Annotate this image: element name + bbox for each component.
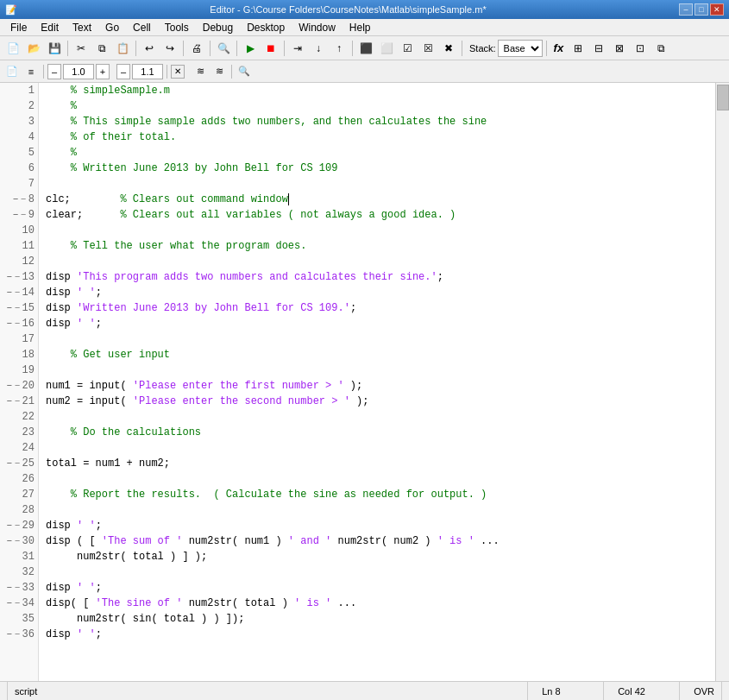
- code-line-9[interactable]: clear; % Clears out all variables ( not …: [39, 207, 715, 223]
- scrollbar[interactable]: [715, 83, 729, 681]
- fold-btn[interactable]: ≡: [22, 63, 40, 80]
- code-line-1[interactable]: % simpleSample.m: [39, 83, 715, 98]
- line-number-7: 7: [0, 176, 38, 192]
- code-line-4[interactable]: % of their total.: [39, 129, 715, 145]
- matrix-btn3[interactable]: ⊠: [610, 39, 629, 58]
- find-button[interactable]: 🔍: [214, 39, 233, 58]
- line-number-10: 10: [0, 223, 38, 238]
- undo-button[interactable]: ↩: [140, 39, 159, 58]
- zoom-input[interactable]: [63, 64, 94, 79]
- cell-fold-btn1[interactable]: ≋: [192, 63, 209, 80]
- stop-button[interactable]: ⏹: [261, 39, 280, 58]
- code-line-35[interactable]: num2str( sin( total ) ) ]);: [39, 611, 715, 627]
- code-line-2[interactable]: %: [39, 98, 715, 114]
- menu-desktop[interactable]: Desktop: [240, 20, 292, 35]
- code-line-12[interactable]: [39, 254, 715, 269]
- matrix-btn1[interactable]: ⊞: [569, 39, 588, 58]
- fx-button[interactable]: fx: [554, 41, 564, 54]
- code-line-18[interactable]: % Get user input: [39, 347, 715, 363]
- status-ovr: OVR: [687, 682, 722, 700]
- close-tab-btn[interactable]: ✕: [171, 65, 185, 79]
- zoom-minus2-btn[interactable]: –: [116, 64, 130, 79]
- run-button[interactable]: ▶: [241, 39, 260, 58]
- bp-button1[interactable]: ⬛: [356, 39, 375, 58]
- code-line-16[interactable]: disp ' ';: [39, 316, 715, 331]
- script-icon-btn[interactable]: 📄: [3, 63, 21, 80]
- code-line-28[interactable]: [39, 502, 715, 518]
- code-line-32[interactable]: [39, 564, 715, 580]
- code-area[interactable]: % simpleSample.m % % This simple sample …: [39, 83, 715, 681]
- save-button[interactable]: 💾: [45, 39, 64, 58]
- menu-go[interactable]: Go: [98, 20, 126, 35]
- code-line-31[interactable]: num2str( total ) ] );: [39, 549, 715, 564]
- print-button[interactable]: 🖨: [187, 39, 206, 58]
- code-line-10[interactable]: [39, 223, 715, 238]
- minimize-button[interactable]: –: [679, 3, 693, 16]
- menu-window[interactable]: Window: [292, 20, 343, 35]
- code-line-34[interactable]: disp( [ 'The sine of ' num2str( total ) …: [39, 596, 715, 611]
- code-line-20[interactable]: num1 = input( 'Please enter the first nu…: [39, 378, 715, 394]
- cut-button[interactable]: ✂: [72, 39, 91, 58]
- bp-button3[interactable]: ☑: [398, 39, 417, 58]
- bp-button5[interactable]: ✖: [439, 39, 458, 58]
- code-line-15[interactable]: disp 'Written June 2013 by John Bell for…: [39, 300, 715, 316]
- stack-combo[interactable]: Base: [498, 40, 543, 57]
- maximize-button[interactable]: □: [694, 3, 708, 16]
- menu-text[interactable]: Text: [66, 20, 98, 35]
- code-line-7[interactable]: [39, 176, 715, 192]
- code-line-30[interactable]: disp ( [ 'The sum of ' num2str( num1 ) '…: [39, 533, 715, 549]
- code-line-27[interactable]: % Report the results. ( Calculate the si…: [39, 487, 715, 502]
- code-line-11[interactable]: % Tell the user what the program does.: [39, 238, 715, 254]
- line-number-13: –13: [0, 269, 38, 285]
- menu-tools[interactable]: Tools: [158, 20, 196, 35]
- status-bar: script Ln 8 Col 42 OVR: [0, 681, 729, 700]
- line-number-4: 4: [0, 129, 38, 145]
- zoom-minus-btn[interactable]: –: [47, 64, 61, 79]
- menu-file[interactable]: File: [3, 20, 34, 35]
- code-line-21[interactable]: num2 = input( 'Please enter the second n…: [39, 394, 715, 409]
- redo-button[interactable]: ↪: [160, 39, 179, 58]
- paste-button[interactable]: 📋: [113, 39, 132, 58]
- zoom-plus-btn[interactable]: +: [96, 64, 110, 79]
- new-button[interactable]: 📄: [3, 39, 22, 58]
- menu-debug[interactable]: Debug: [196, 20, 240, 35]
- menu-edit[interactable]: Edit: [34, 20, 66, 35]
- search-highlight-btn[interactable]: 🔍: [236, 63, 253, 80]
- bp-button4[interactable]: ☒: [418, 39, 437, 58]
- step-in-button[interactable]: ↓: [309, 39, 328, 58]
- code-line-23[interactable]: % Do the calculations: [39, 425, 715, 440]
- code-line-26[interactable]: [39, 471, 715, 487]
- main-toolbar: 📄 📂 💾 ✂ ⧉ 📋 ↩ ↪ 🖨 🔍 ▶ ⏹ ⇥ ↓ ↑ ⬛ ⬜ ☑ ☒ ✖ …: [0, 36, 729, 60]
- menu-cell[interactable]: Cell: [126, 20, 158, 35]
- code-line-22[interactable]: [39, 409, 715, 425]
- code-line-24[interactable]: [39, 440, 715, 456]
- close-button[interactable]: ✕: [710, 3, 724, 16]
- cell-fold-btn2[interactable]: ≋: [211, 63, 228, 80]
- code-line-3[interactable]: % This simple sample adds two numbers, a…: [39, 114, 715, 129]
- matrix-btn2[interactable]: ⊟: [589, 39, 608, 58]
- line-number-25: –25: [0, 456, 38, 471]
- zoom-input2[interactable]: [132, 64, 163, 79]
- step-out-button[interactable]: ↑: [330, 39, 349, 58]
- code-line-19[interactable]: [39, 363, 715, 378]
- code-line-36[interactable]: disp ' ';: [39, 627, 715, 642]
- bp-button2[interactable]: ⬜: [377, 39, 396, 58]
- code-line-5[interactable]: %: [39, 145, 715, 161]
- undock-button[interactable]: ⧉: [651, 39, 670, 58]
- code-line-6[interactable]: % Written June 2013 by John Bell for CS …: [39, 161, 715, 176]
- scrollbar-thumb[interactable]: [717, 85, 729, 110]
- code-line-13[interactable]: disp 'This program adds two numbers and …: [39, 269, 715, 285]
- code-line-8[interactable]: clc; % Clears out command window: [39, 192, 715, 207]
- toolbar-sep-5: [236, 41, 237, 56]
- menu-help[interactable]: Help: [343, 20, 378, 35]
- copy-button[interactable]: ⧉: [92, 39, 111, 58]
- code-line-17[interactable]: [39, 331, 715, 347]
- code-line-33[interactable]: disp ' ';: [39, 580, 715, 596]
- line-number-26: 26: [0, 471, 38, 487]
- code-line-29[interactable]: disp ' ';: [39, 518, 715, 533]
- open-button[interactable]: 📂: [24, 39, 43, 58]
- code-line-14[interactable]: disp ' ';: [39, 285, 715, 300]
- matrix-btn4[interactable]: ⊡: [631, 39, 650, 58]
- code-line-25[interactable]: total = num1 + num2;: [39, 456, 715, 471]
- step-button[interactable]: ⇥: [288, 39, 307, 58]
